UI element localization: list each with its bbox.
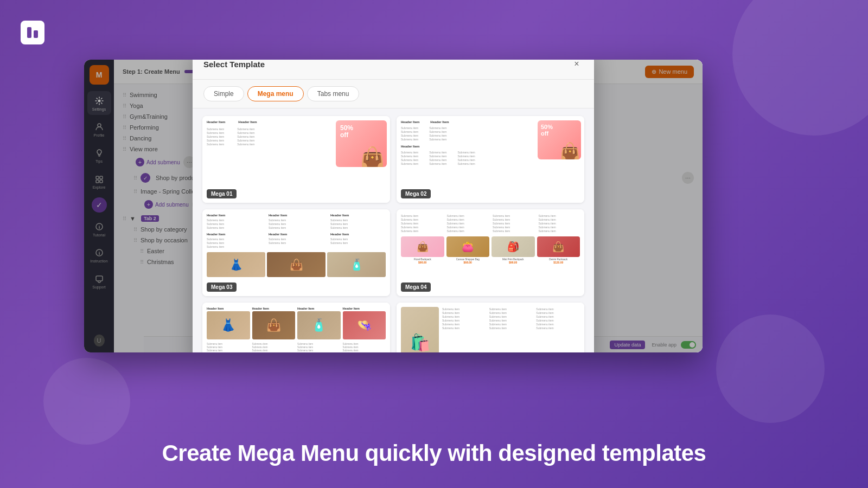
svg-rect-0	[27, 27, 31, 38]
template-card-mega04[interactable]: Submenu item Submenu item Submenu item S…	[397, 209, 584, 296]
template-preview-mega06: 🛍️ Submenu item Submenu item Submenu ite…	[397, 303, 584, 352]
template-label-mega01: Mega 01	[207, 189, 237, 198]
bottom-tagline: Create Mega Menu quickly with designed t…	[0, 440, 868, 466]
decorative-blob-2	[716, 314, 825, 423]
template-label-mega02: Mega 02	[401, 189, 431, 198]
modal-tabs: Simple Mega menu Tabs menu	[193, 80, 594, 108]
decorative-blob-3	[43, 358, 130, 445]
app-logo	[16, 16, 49, 49]
templates-grid: Header Item Header Item Submenu item Sub…	[193, 108, 594, 352]
modal-close-button[interactable]: ×	[570, 60, 583, 70]
tab-simple[interactable]: Simple	[203, 86, 244, 101]
template-label-mega04: Mega 04	[401, 282, 431, 292]
logo-icon	[21, 21, 44, 44]
template-card-mega02[interactable]: Header Item Header Item Submenu item Sub…	[397, 116, 584, 203]
template-card-mega03[interactable]: Header Item Submenu item Submenu item Su…	[202, 209, 390, 296]
tab-mega-menu[interactable]: Mega menu	[247, 86, 304, 101]
svg-rect-1	[34, 30, 38, 38]
modal-title: Select Template	[203, 60, 265, 69]
tab-tabs-menu[interactable]: Tabs menu	[307, 86, 360, 101]
template-card-mega06[interactable]: 🛍️ Submenu item Submenu item Submenu ite…	[397, 303, 584, 352]
select-template-modal: Select Template × Simple Mega menu Tabs …	[193, 60, 594, 352]
decorative-blob-1	[732, 0, 868, 136]
modal-header: Select Template ×	[193, 60, 594, 80]
template-card-mega01[interactable]: Header Item Header Item Submenu item Sub…	[202, 116, 390, 203]
template-preview-mega05: Header Item 👗 Header Item 👜 Header Item …	[202, 303, 390, 352]
template-card-mega05[interactable]: Header Item 👗 Header Item 👜 Header Item …	[202, 303, 390, 352]
app-window: M Settings Profile	[84, 60, 703, 352]
template-label-mega03: Mega 03	[207, 282, 237, 292]
